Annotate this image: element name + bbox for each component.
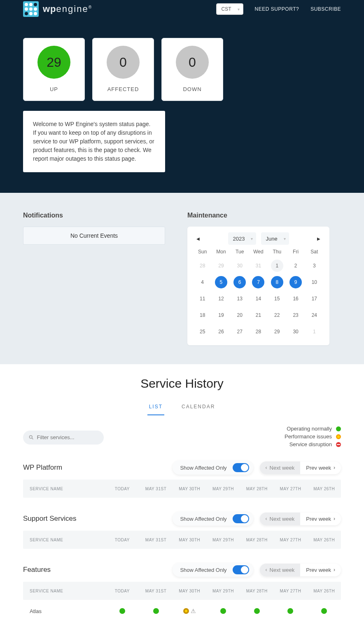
calendar-day[interactable]: 20 <box>233 309 246 321</box>
service-name[interactable]: Atlas <box>23 608 105 614</box>
legend-operating-icon <box>336 426 341 431</box>
prev-week-button[interactable]: Prev week › <box>300 513 341 525</box>
timezone-select[interactable]: CST <box>216 3 243 15</box>
col-service-name: SERVICE NAME <box>23 589 105 593</box>
search-wrap[interactable] <box>23 431 104 445</box>
calendar-day[interactable]: 28 <box>196 260 209 272</box>
tab-list[interactable]: LIST <box>147 400 164 415</box>
calendar-day[interactable]: 6 <box>233 276 246 288</box>
status-label: UP <box>50 86 58 92</box>
prev-week-label: Prev week <box>306 465 331 471</box>
status-card-down: 0 DOWN <box>161 38 223 101</box>
calendar-day[interactable]: 4 <box>196 276 209 288</box>
col-date: MAY 30TH <box>173 487 206 491</box>
col-date: MAY 30TH <box>173 589 206 593</box>
calendar-day[interactable]: 17 <box>308 293 320 305</box>
calendar-day[interactable]: 8 <box>271 276 283 288</box>
tab-calendar[interactable]: CALENDAR <box>180 400 217 415</box>
calendar-day[interactable]: 27 <box>233 325 246 338</box>
calendar-day[interactable]: 23 <box>289 309 302 321</box>
calendar-day[interactable]: 1 <box>308 325 320 338</box>
service-history: Service History LIST CALENDAR Operating … <box>0 364 364 618</box>
next-week-button[interactable]: ‹ Next week <box>260 461 301 474</box>
calendar-day[interactable]: 28 <box>252 325 264 338</box>
calendar-day[interactable]: 3 <box>308 260 320 272</box>
calendar-day[interactable]: 30 <box>289 325 302 338</box>
calendar-day[interactable]: 30 <box>233 260 246 272</box>
col-date: MAY 26TH <box>307 538 341 542</box>
col-date: MAY 26TH <box>307 487 341 491</box>
calendar-day[interactable]: 9 <box>289 276 302 288</box>
calendar-dow: Sat <box>305 246 324 255</box>
status-label: AFFECTED <box>107 86 139 92</box>
status-ok-icon <box>119 608 125 614</box>
calendar-next-button[interactable]: ▶ <box>315 235 323 243</box>
show-affected-toggle[interactable]: Show Affected Only <box>173 563 253 577</box>
search-input[interactable] <box>37 434 98 440</box>
next-week-button[interactable]: ‹ Next week <box>260 564 301 576</box>
brand-text-bold: wp <box>43 4 56 14</box>
show-affected-toggle[interactable]: Show Affected Only <box>173 512 253 526</box>
calendar-dow: Thu <box>268 246 286 255</box>
toggle-switch[interactable] <box>233 463 249 472</box>
calendar-day[interactable]: 14 <box>252 293 264 305</box>
chevron-right-icon: › <box>334 516 335 522</box>
calendar-day[interactable]: 24 <box>308 309 320 321</box>
brand-logo-icon <box>23 1 39 17</box>
calendar-day[interactable]: 29 <box>271 325 283 338</box>
col-date: MAY 28TH <box>240 538 274 542</box>
calendar-day[interactable]: 26 <box>215 325 227 338</box>
section-head: WP Platform Show Affected Only ‹ Next we… <box>23 461 341 475</box>
calendar-day[interactable]: 10 <box>308 276 320 288</box>
calendar-day[interactable]: 7 <box>252 276 264 288</box>
need-support-link[interactable]: NEED SUPPORT? <box>255 6 299 12</box>
registered-mark: ® <box>89 5 92 9</box>
calendar-day[interactable]: 5 <box>215 276 227 288</box>
legend-performance-icon <box>336 434 341 439</box>
legend-performance: Performance issues <box>285 433 341 440</box>
prev-week-button[interactable]: Prev week › <box>300 564 341 576</box>
status-ok-icon <box>153 608 159 614</box>
calendar-dow: Fri <box>286 246 305 255</box>
section-name: WP Platform <box>23 464 62 472</box>
week-nav: ‹ Next week Prev week › <box>260 513 341 525</box>
brand-text: wpengine® <box>43 4 92 14</box>
calendar-day[interactable]: 11 <box>196 293 209 305</box>
next-week-button[interactable]: ‹ Next week <box>260 513 301 525</box>
show-affected-label: Show Affected Only <box>180 465 226 471</box>
calendar-year-value: 2023 <box>233 236 245 242</box>
calendar-day[interactable]: 13 <box>233 293 246 305</box>
maintenance-title: Maintenance <box>187 212 329 219</box>
calendar-day[interactable]: 2 <box>289 260 302 272</box>
status-ok-icon <box>254 608 260 614</box>
calendar-day[interactable]: 29 <box>215 260 227 272</box>
timezone-value: CST <box>222 6 231 12</box>
chevron-right-icon: › <box>334 567 335 573</box>
calendar-year-select[interactable]: 2023 <box>228 232 256 245</box>
calendar-day[interactable]: 22 <box>271 309 283 321</box>
toggle-switch[interactable] <box>233 514 249 523</box>
section-controls: Show Affected Only ‹ Next week Prev week… <box>173 563 341 577</box>
calendar-day[interactable]: 25 <box>196 325 209 338</box>
calendar-prev-button[interactable]: ◀ <box>194 235 202 243</box>
calendar-day[interactable]: 15 <box>271 293 283 305</box>
calendar-day[interactable]: 19 <box>215 309 227 321</box>
status-perf-icon <box>183 608 189 614</box>
prev-week-button[interactable]: Prev week › <box>300 461 341 474</box>
calendar-day[interactable]: 12 <box>215 293 227 305</box>
col-date: MAY 31ST <box>139 487 173 491</box>
status-card-affected: 0 AFFECTED <box>92 38 154 101</box>
calendar-day[interactable]: 31 <box>252 260 264 272</box>
legend-operating: Operating normally <box>285 426 341 432</box>
show-affected-toggle[interactable]: Show Affected Only <box>173 461 253 475</box>
calendar-day[interactable]: 1 <box>271 260 283 272</box>
calendar-month-select[interactable]: June <box>261 232 289 245</box>
calendar-day[interactable]: 21 <box>252 309 264 321</box>
subscribe-link[interactable]: SUBSCRIBE <box>310 6 341 12</box>
calendar-day[interactable]: 18 <box>196 309 209 321</box>
col-date: TODAY <box>105 589 139 593</box>
next-week-label: Next week <box>270 465 295 471</box>
toggle-switch[interactable] <box>233 565 249 574</box>
calendar-day[interactable]: 16 <box>289 293 302 305</box>
calendar-grid: SunMonTueWedThuFriSat2829303112345678910… <box>193 246 324 338</box>
